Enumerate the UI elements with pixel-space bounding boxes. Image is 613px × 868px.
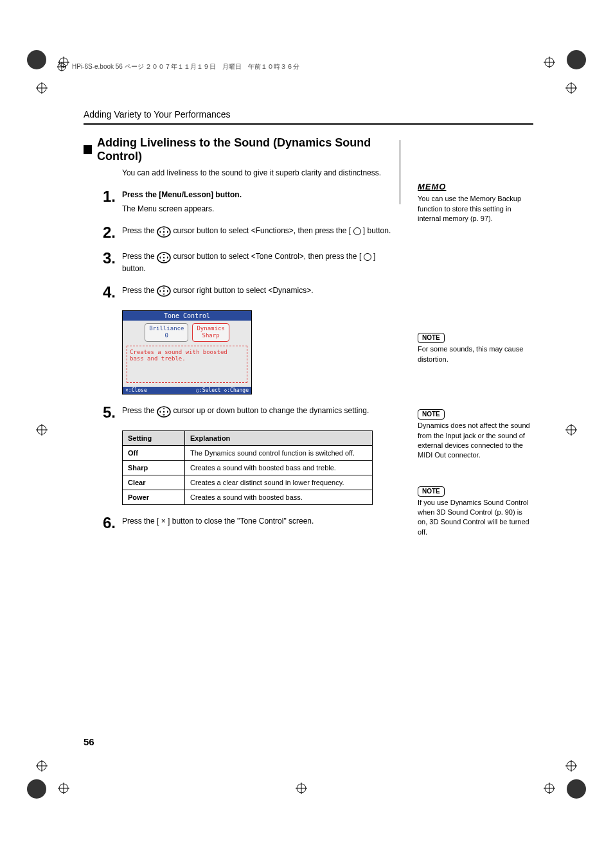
step-number-6: 6. <box>84 515 122 531</box>
lcd-screenshot: Tone Control Brilliance 0 Dynamics Sharp… <box>122 310 252 395</box>
table-row: OffThe Dynamics sound control function i… <box>123 446 373 461</box>
reg-mark-bottom-center <box>296 783 307 794</box>
note-label: NOTE <box>418 333 445 343</box>
step-number-1: 1. <box>84 189 122 215</box>
column-divider <box>400 140 400 204</box>
svg-point-43 <box>163 256 164 258</box>
table-header-explanation: Explanation <box>185 431 373 446</box>
reg-mark-bottom-right <box>565 760 577 772</box>
section-intro: You can add liveliness to the sound to g… <box>122 168 398 177</box>
note-2-text: Dynamics does not affect the sound from … <box>418 421 533 461</box>
section-rule <box>84 123 533 125</box>
step-3-instruction: Press the cursor button to select <Tone … <box>122 251 398 274</box>
note-3-text: If you use Dynamics Sound Control when 3… <box>418 498 533 538</box>
circle-button-icon <box>353 227 361 235</box>
corner-circle-tl <box>27 50 46 69</box>
running-head: Adding Variety to Your Performances <box>84 109 533 120</box>
memo-label: MEMO <box>418 181 446 193</box>
cursor-dpad-icon <box>157 251 171 263</box>
step-2-instruction: Press the cursor button to select <Funct… <box>122 225 398 240</box>
lcd-foot-right: ○:Select ◇:Change <box>196 387 249 393</box>
cursor-dpad-icon <box>157 405 171 417</box>
note-label: NOTE <box>418 486 445 497</box>
svg-marker-52 <box>159 290 161 292</box>
svg-point-55 <box>163 411 164 412</box>
reg-mark-left <box>36 82 48 94</box>
table-row: ClearCreates a clear distinct sound in l… <box>123 475 373 490</box>
svg-marker-50 <box>163 287 165 288</box>
svg-point-37 <box>163 231 164 232</box>
step-4-instruction: Press the cursor right button to select … <box>122 285 398 300</box>
document-header-tag: HPi-6S-e.book 56 ページ ２００７年１１月１９日 月曜日 午前１… <box>57 62 300 72</box>
lcd-title: Tone Control <box>123 311 251 321</box>
note-label: NOTE <box>418 409 445 420</box>
svg-marker-40 <box>159 231 161 233</box>
step-number-2: 2. <box>84 225 122 240</box>
step-6-instruction: Press the [ × ] button to close the "Ton… <box>122 515 398 531</box>
corner-circle-bl <box>27 779 46 799</box>
table-row: PowerCreates a sound with boosted bass. <box>123 490 373 505</box>
reg-mark-right <box>565 82 577 94</box>
svg-marker-51 <box>163 294 165 295</box>
reg-mark-br2 <box>544 783 555 794</box>
section-title-text: Adding Liveliness to the Sound (Dynamics… <box>97 136 398 163</box>
svg-marker-38 <box>163 228 165 229</box>
step-number-5: 5. <box>84 405 122 420</box>
cursor-dpad-icon <box>157 285 171 297</box>
lcd-foot-left: ×:Close <box>125 387 147 393</box>
reg-mark-bl2 <box>58 783 69 794</box>
table-row: SharpCreates a sound with boosted bass a… <box>123 461 373 475</box>
svg-marker-57 <box>163 414 165 416</box>
svg-marker-59 <box>167 411 168 413</box>
svg-marker-45 <box>163 260 165 261</box>
lcd-tab-brilliance: Brilliance 0 <box>145 323 188 342</box>
step-number-4: 4. <box>84 285 122 300</box>
reg-mark-top-right <box>544 57 555 68</box>
step-number-3: 3. <box>84 251 122 274</box>
circle-button-icon <box>364 253 371 261</box>
settings-table: Setting Explanation OffThe Dynamics soun… <box>122 430 373 505</box>
section-title: Adding Liveliness to the Sound (Dynamics… <box>84 136 398 163</box>
svg-marker-39 <box>163 235 165 236</box>
lcd-tab-dynamics: Dynamics Sharp <box>192 323 229 342</box>
reg-mark-bottom-left <box>36 760 48 772</box>
lcd-description: Creates a sound with boosted bass and tr… <box>127 346 247 383</box>
memo-text: You can use the Memory Backup function t… <box>418 194 533 224</box>
step-1-sub: The Menu screen appears. <box>122 203 398 215</box>
square-bullet-icon <box>84 145 92 154</box>
svg-marker-44 <box>163 254 165 255</box>
header-tag-text: HPi-6S-e.book 56 ページ ２００７年１１月１９日 月曜日 午前１… <box>72 62 300 71</box>
step-1-instruction: Press the [Menu/Lesson] button. <box>122 189 398 200</box>
reg-mark-left-mid <box>36 424 48 436</box>
svg-marker-58 <box>159 411 161 413</box>
svg-marker-46 <box>159 256 161 259</box>
reg-mark-right-mid <box>565 424 577 436</box>
step-5-instruction: Press the cursor up or down button to ch… <box>122 405 398 420</box>
corner-circle-br <box>567 779 586 799</box>
svg-point-49 <box>163 290 164 292</box>
svg-marker-53 <box>167 290 168 292</box>
svg-marker-56 <box>163 408 165 409</box>
svg-marker-47 <box>167 256 168 259</box>
table-header-setting: Setting <box>123 431 185 446</box>
cursor-dpad-icon <box>157 226 171 237</box>
x-button-icon: × <box>161 517 166 526</box>
note-1-text: For some sounds, this may cause distorti… <box>418 344 533 364</box>
svg-marker-41 <box>167 231 168 233</box>
page-number: 56 <box>84 736 94 747</box>
corner-circle-tr <box>567 50 586 69</box>
